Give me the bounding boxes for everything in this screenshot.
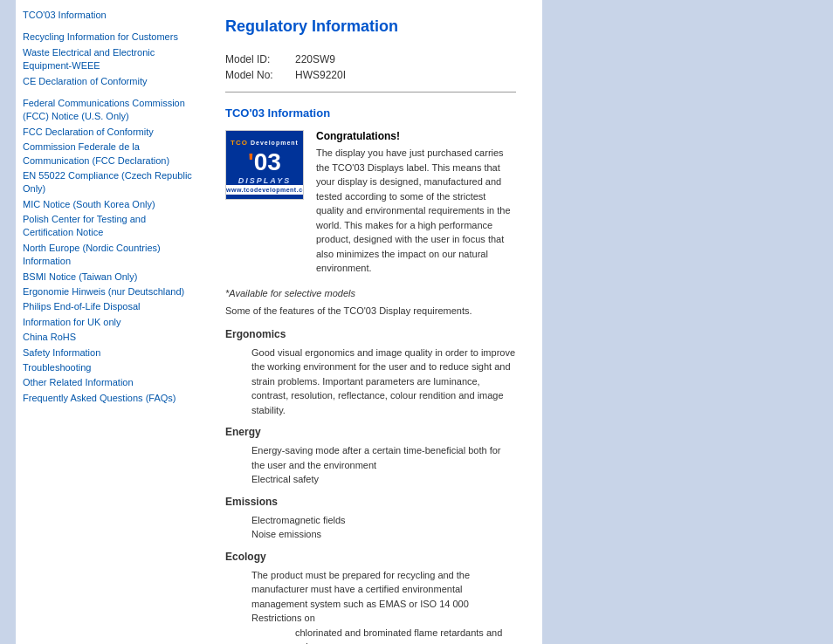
tco-logo-middle: '03 xyxy=(226,148,303,176)
italic-note: *Available for selective models xyxy=(225,288,516,298)
emissions-line1: Electromagnetic fields xyxy=(251,513,516,528)
sidebar: TCO'03 Information Recycling Information… xyxy=(16,0,199,644)
energy-content: Energy-saving mode after a certain time-… xyxy=(251,443,516,487)
emissions-content: Electromagnetic fields Noise emissions xyxy=(251,513,516,542)
ecology-line2: Restrictions on xyxy=(251,611,516,626)
sidebar-group-2: Recycling Information for Customers Wast… xyxy=(23,31,192,88)
model-no-value: HWS9220I xyxy=(295,67,353,83)
ecology-content: The product must be prepared for recycli… xyxy=(251,568,516,645)
model-id-value: 220SW9 xyxy=(295,51,353,67)
sidebar-item-rohs[interactable]: China RoHS xyxy=(23,331,192,344)
divider xyxy=(225,92,516,92)
ecology-restrictions: chlorinated and brominated flame retarda… xyxy=(295,626,516,645)
congratulations-body: The display you have just purchased carr… xyxy=(316,146,516,276)
tco-section-title: TCO'03 Information xyxy=(225,106,516,120)
tco-logo-bottom: www.tcodevelopment.com xyxy=(226,185,303,195)
emissions-line2: Noise emissions xyxy=(251,527,516,542)
sidebar-item-weee[interactable]: Waste Electrical and Electronic Equipmen… xyxy=(23,46,192,73)
energy-line1: Energy-saving mode after a certain time-… xyxy=(251,443,516,472)
sidebar-group-3: Federal Communications Commission (FCC) … xyxy=(23,97,192,405)
ergonomics-title: Ergonomics xyxy=(225,328,516,340)
sidebar-item-faqs[interactable]: Frequently Asked Questions (FAQs) xyxy=(23,392,192,405)
sidebar-item-safety[interactable]: Safety Information xyxy=(23,346,192,360)
emissions-title: Emissions xyxy=(225,496,516,508)
tco-block: TCO Development '03 DISPLAYS www.tcodeve… xyxy=(225,130,516,276)
sidebar-item-recycling[interactable]: Recycling Information for Customers xyxy=(23,31,192,44)
energy-line2: Electrical safety xyxy=(251,472,516,487)
tco-logo: TCO Development '03 DISPLAYS www.tcodeve… xyxy=(225,130,304,200)
tco-description: Congratulations! The display you have ju… xyxy=(316,130,516,276)
right-panel xyxy=(542,0,833,644)
ergonomics-body: Good visual ergonomics and image quality… xyxy=(251,346,516,418)
sidebar-item-en55022[interactable]: EN 55022 Compliance (Czech Republic Only… xyxy=(23,169,192,196)
congratulations-title: Congratulations! xyxy=(316,130,516,142)
sidebar-item-eol[interactable]: Philips End-of-Life Disposal xyxy=(23,300,192,313)
sidebar-item-fcc-fr[interactable]: Commission Federale de la Communication … xyxy=(23,140,192,168)
model-info: Model ID: 220SW9 Model No: HWS9220I xyxy=(225,51,516,83)
main-content: Regulatory Information Model ID: 220SW9 … xyxy=(199,0,542,644)
ecology-line3: chlorinated and brominated flame retarda… xyxy=(295,626,516,645)
ecology-title: Ecology xyxy=(225,551,516,563)
ergonomics-content: Good visual ergonomics and image quality… xyxy=(251,346,516,418)
sidebar-item-mic[interactable]: MIC Notice (South Korea Only) xyxy=(23,198,192,211)
energy-title: Energy xyxy=(225,426,516,438)
sidebar-item-ergonomie[interactable]: Ergonomie Hinweis (nur Deutschland) xyxy=(23,285,192,298)
page-title: Regulatory Information xyxy=(225,17,516,36)
tco-logo-sub: DISPLAYS xyxy=(238,176,291,185)
sidebar-item-fcc-conformity[interactable]: FCC Declaration of Conformity xyxy=(23,126,192,139)
sidebar-group-1: TCO'03 Information xyxy=(23,9,192,22)
sidebar-item-ce[interactable]: CE Declaration of Conformity xyxy=(23,75,192,88)
tco-logo-top: TCO Development xyxy=(226,136,303,148)
sidebar-item-polish[interactable]: Polish Center for Testing and Certificat… xyxy=(23,213,192,240)
sidebar-item-uk[interactable]: Information for UK only xyxy=(23,316,192,329)
sidebar-item-nordic[interactable]: North Europe (Nordic Countries) Informat… xyxy=(23,242,192,269)
sidebar-item-bsmi[interactable]: BSMI Notice (Taiwan Only) xyxy=(23,271,192,284)
ecology-line1: The product must be prepared for recycli… xyxy=(251,568,516,612)
sidebar-item-other[interactable]: Other Related Information xyxy=(23,376,192,389)
sidebar-item-fcc[interactable]: Federal Communications Commission (FCC) … xyxy=(23,97,192,124)
sidebar-item-tco03[interactable]: TCO'03 Information xyxy=(23,9,192,22)
model-id-label: Model ID: xyxy=(225,51,295,67)
model-no-label: Model No: xyxy=(225,67,295,83)
sidebar-item-troubleshooting[interactable]: Troubleshooting xyxy=(23,361,192,374)
features-text: Some of the features of the TCO'03 Displ… xyxy=(225,305,516,316)
